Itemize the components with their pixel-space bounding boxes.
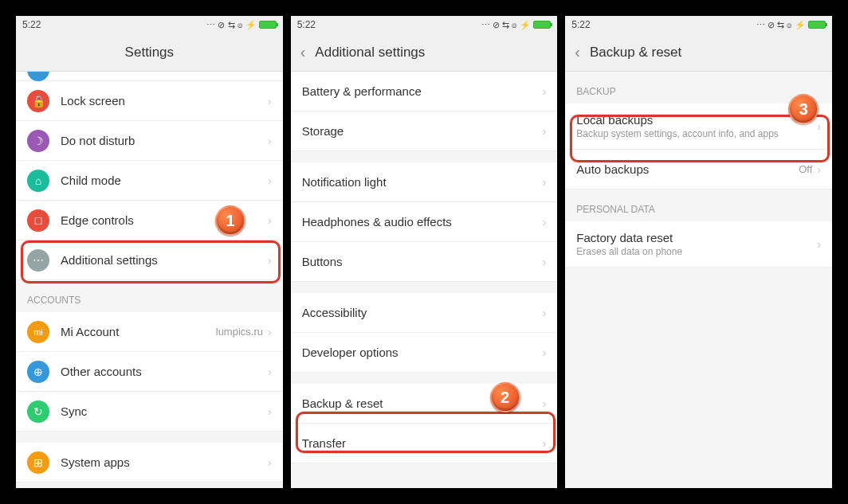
- lock-icon: 🔒: [27, 90, 49, 112]
- list-item-additional-settings[interactable]: ⋯ Additional settings ›: [16, 240, 283, 280]
- chevron-right-icon: ›: [268, 254, 272, 267]
- chevron-right-icon: ›: [543, 437, 547, 450]
- backup-reset-list[interactable]: BACKUP Local backups Backup system setti…: [565, 72, 832, 488]
- mi-account-value: lumpics.ru: [216, 326, 263, 338]
- status-bar: 5:22 ⋯ ⊘ ⇆ ⌾ ⚡: [291, 16, 558, 33]
- step-badge-2: 2: [490, 382, 520, 412]
- list-item-buttons[interactable]: Buttons ›: [291, 242, 558, 282]
- child-icon: ⌂: [27, 170, 49, 192]
- status-icons: ⋯ ⊘ ⇆ ⌾ ⚡: [756, 20, 826, 30]
- list-item-battery[interactable]: Battery & performance ›: [291, 72, 558, 111]
- chevron-right-icon: ›: [817, 120, 821, 133]
- list-item-child-mode[interactable]: ⌂ Child mode ›: [16, 161, 283, 201]
- chevron-right-icon: ›: [268, 135, 272, 147]
- list-item-partial[interactable]: [16, 72, 283, 81]
- step-badge-1: 1: [215, 205, 245, 236]
- chevron-right-icon: ›: [268, 95, 272, 107]
- list-item-system-apps[interactable]: ⊞ System apps ›: [16, 443, 283, 483]
- list-item-other-accounts[interactable]: ⊕ Other accounts ›: [16, 352, 283, 392]
- moon-icon: ☽: [27, 130, 49, 152]
- battery-icon: [808, 21, 826, 29]
- back-button[interactable]: ‹: [300, 43, 306, 61]
- chevron-right-icon: ›: [543, 346, 547, 359]
- status-bar: 5:22 ⋯ ⊘ ⇆ ⌾ ⚡: [16, 16, 283, 33]
- sync-icon: ↻: [27, 400, 49, 423]
- settings-list[interactable]: 🔒 Lock screen › ☽ Do not disturb › ⌂ Chi…: [16, 72, 283, 488]
- back-button[interactable]: ‹: [575, 43, 580, 61]
- mi-icon: mi: [27, 321, 49, 343]
- list-item-auto-backups[interactable]: Auto backups Off ›: [565, 150, 832, 189]
- chevron-right-icon: ›: [817, 163, 821, 176]
- chevron-right-icon: ›: [543, 125, 547, 138]
- chevron-right-icon: ›: [543, 397, 547, 410]
- additional-settings-list[interactable]: Battery & performance › Storage › Notifi…: [291, 72, 558, 488]
- screen-backup-reset: 5:22 ⋯ ⊘ ⇆ ⌾ ⚡ ‹ Backup & reset BACKUP L…: [565, 16, 832, 488]
- section-accounts: ACCOUNTS: [16, 280, 283, 312]
- chevron-right-icon: ›: [268, 326, 272, 338]
- list-item-headphones[interactable]: Headphones & audio effects ›: [291, 202, 558, 242]
- status-time: 5:22: [22, 19, 41, 30]
- status-bar: 5:22 ⋯ ⊘ ⇆ ⌾ ⚡: [565, 16, 832, 33]
- chevron-right-icon: ›: [817, 238, 821, 251]
- page-title: Backup & reset: [590, 45, 681, 61]
- chevron-right-icon: ›: [268, 174, 272, 187]
- status-time: 5:22: [297, 19, 316, 30]
- list-item-developer[interactable]: Developer options ›: [291, 333, 558, 373]
- status-time: 5:22: [571, 19, 590, 30]
- page-title: Additional settings: [315, 45, 425, 61]
- list-item-dnd[interactable]: ☽ Do not disturb ›: [16, 121, 283, 161]
- chevron-right-icon: ›: [268, 456, 272, 469]
- chevron-right-icon: ›: [543, 176, 547, 189]
- list-item-lock-screen[interactable]: 🔒 Lock screen ›: [16, 81, 283, 121]
- apps-icon: ⊞: [27, 451, 49, 474]
- screen-settings: 5:22 ⋯ ⊘ ⇆ ⌾ ⚡ Settings 🔒 Lock screen › …: [16, 16, 283, 488]
- titlebar: Settings: [16, 33, 283, 72]
- settings-icon: [27, 72, 49, 81]
- status-icons: ⋯ ⊘ ⇆ ⌾ ⚡: [206, 20, 276, 30]
- screen-additional-settings: 5:22 ⋯ ⊘ ⇆ ⌾ ⚡ ‹ Additional settings Bat…: [291, 16, 558, 488]
- chevron-right-icon: ›: [268, 365, 272, 378]
- list-item-factory-reset[interactable]: Factory data reset Erases all data on ph…: [565, 221, 832, 268]
- list-item-mi-account[interactable]: mi Mi Account lumpics.ru ›: [16, 312, 283, 352]
- chevron-right-icon: ›: [543, 85, 547, 98]
- chevron-right-icon: ›: [543, 307, 547, 319]
- list-item-transfer[interactable]: Transfer ›: [291, 424, 558, 463]
- chevron-right-icon: ›: [268, 405, 272, 418]
- page-title: Settings: [125, 45, 174, 61]
- more-icon: ⋯: [27, 249, 49, 272]
- status-icons: ⋯ ⊘ ⇆ ⌾ ⚡: [481, 20, 551, 30]
- chevron-right-icon: ›: [543, 216, 547, 229]
- accounts-icon: ⊕: [27, 361, 49, 383]
- list-item-notification-light[interactable]: Notification light ›: [291, 162, 558, 202]
- titlebar: ‹ Additional settings: [291, 33, 558, 72]
- chevron-right-icon: ›: [543, 256, 547, 268]
- edge-icon: □: [27, 209, 49, 232]
- chevron-right-icon: ›: [268, 214, 272, 227]
- battery-icon: [259, 21, 277, 29]
- list-item-sync[interactable]: ↻ Sync ›: [16, 392, 283, 432]
- titlebar: ‹ Backup & reset: [565, 33, 832, 72]
- section-personal-data: PERSONAL DATA: [565, 189, 832, 221]
- auto-backups-value: Off: [799, 163, 812, 175]
- battery-icon: [533, 21, 551, 29]
- list-item-accessibility[interactable]: Accessibility ›: [291, 293, 558, 333]
- list-item-storage[interactable]: Storage ›: [291, 111, 558, 151]
